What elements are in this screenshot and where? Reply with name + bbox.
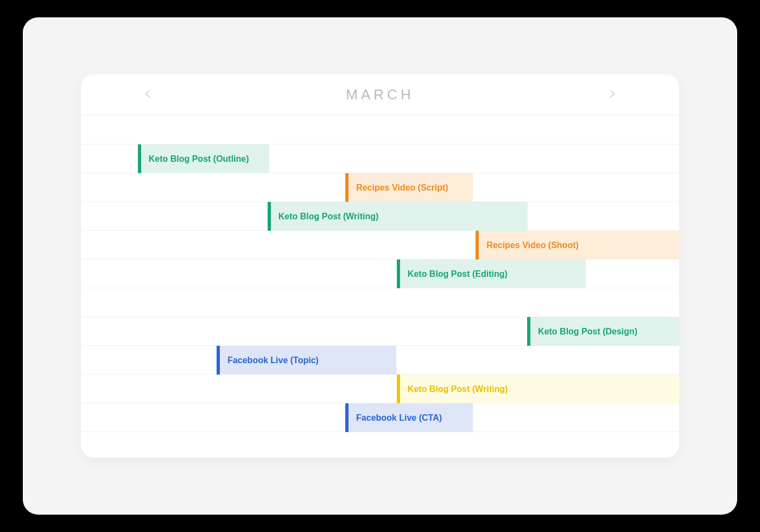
calendar-header: MARCH — [81, 74, 679, 116]
gantt-bar[interactable]: Facebook Live (CTA) — [345, 403, 473, 432]
gantt-row: Recipes Video (Script) — [81, 173, 679, 202]
prev-month-button[interactable] — [141, 87, 156, 103]
gantt-bar-label: Facebook Live (CTA) — [356, 413, 442, 423]
gantt-bar[interactable]: Keto Blog Post (Editing) — [397, 259, 586, 288]
gantt-bar-label: Recipes Video (Script) — [356, 183, 448, 193]
gantt-bar[interactable]: Recipes Video (Script) — [345, 173, 473, 202]
gantt-bar[interactable]: Keto Blog Post (Design) — [527, 317, 679, 346]
gantt-bar[interactable]: Recipes Video (Shoot) — [476, 231, 679, 259]
gantt-row: Facebook Live (Topic) — [81, 346, 679, 375]
gantt-bar-label: Recipes Video (Shoot) — [486, 240, 579, 250]
gantt-row — [81, 116, 679, 144]
gantt-bar[interactable]: Keto Blog Post (Writing) — [268, 202, 528, 231]
gantt-row: Keto Blog Post (Writing) — [81, 202, 679, 231]
gantt-row: Keto Blog Post (Design) — [81, 317, 679, 346]
gantt-row: Recipes Video (Shoot) — [81, 231, 679, 259]
gantt-row: Facebook Live (CTA) — [81, 403, 679, 432]
gantt-bar-label: Keto Blog Post (Editing) — [408, 269, 508, 279]
chevron-right-icon — [607, 86, 617, 104]
chevron-left-icon — [143, 86, 153, 104]
gantt-row — [81, 432, 679, 458]
gantt-bar[interactable]: Keto Blog Post (Writing) — [397, 375, 679, 403]
gantt-bar-label: Keto Blog Post (Writing) — [278, 212, 379, 221]
gantt-row — [81, 288, 679, 317]
gantt-bar-label: Facebook Live (Topic) — [227, 356, 319, 365]
gantt-bar-label: Keto Blog Post (Design) — [538, 327, 637, 337]
next-month-button[interactable] — [604, 87, 619, 103]
gantt-bar[interactable]: Facebook Live (Topic) — [217, 346, 396, 375]
gantt-row: Keto Blog Post (Outline) — [81, 144, 679, 173]
month-label: MARCH — [346, 86, 414, 103]
gantt-rows: Keto Blog Post (Outline)Recipes Video (S… — [81, 116, 679, 458]
gantt-bar-label: Keto Blog Post (Outline) — [149, 154, 249, 164]
gantt-bar[interactable]: Keto Blog Post (Outline) — [138, 144, 269, 173]
calendar-card: MARCH Keto Blog Post (Outline)Recipes Vi… — [81, 74, 679, 458]
gantt-row: Keto Blog Post (Editing) — [81, 259, 679, 288]
stage-background: MARCH Keto Blog Post (Outline)Recipes Vi… — [23, 17, 737, 515]
gantt-row: Keto Blog Post (Writing) — [81, 375, 679, 403]
gantt-bar-label: Keto Blog Post (Writing) — [408, 384, 508, 394]
